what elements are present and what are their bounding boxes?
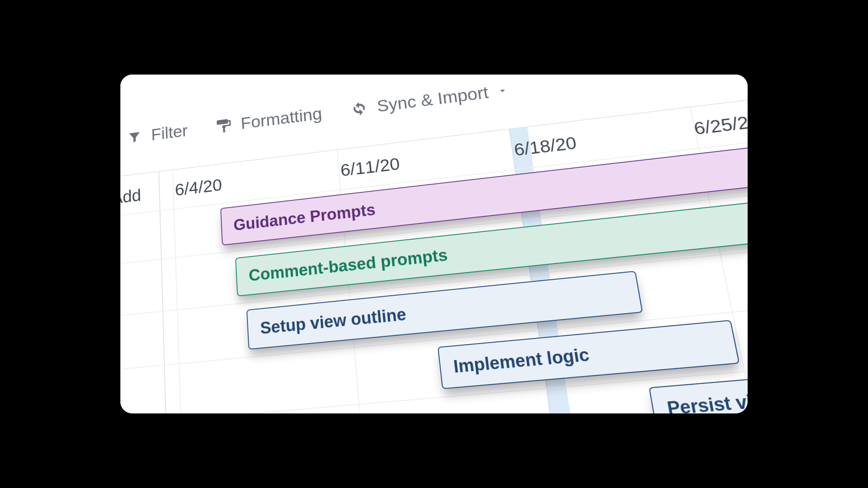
task-label: Persist view [665,389,748,413]
paint-roller-icon [215,117,232,135]
formatting-label: Formatting [240,104,323,133]
filter-label: Filter [151,122,188,144]
formatting-button[interactable]: Formatting [215,104,323,136]
date-label: 6/25/20 [692,111,748,139]
filter-button[interactable]: Filter [126,122,188,147]
sync-label: Sync & Import [376,83,490,116]
task-label: Setup view outline [260,305,407,338]
app-card: Filter Formatting Sync & Import Last act… [120,75,748,413]
task-label: Implement logic [453,344,591,377]
date-label: 6/11/20 [340,154,401,180]
filter-icon [126,128,143,146]
date-label: 6/4/20 [175,175,223,200]
gantt-scene: Filter Formatting Sync & Import Last act… [120,75,748,413]
task-label: Guidance Prompts [233,201,376,234]
task-label: Comment-based prompts [248,246,449,285]
date-label: 6/18/20 [513,133,578,160]
sync-icon [350,100,369,118]
last-activity-text: Last activity: 3 minutes ag [540,75,748,75]
sync-import-button[interactable]: Sync & Import [350,80,513,119]
chevron-down-icon [492,81,513,100]
add-button[interactable]: Add [120,186,141,208]
